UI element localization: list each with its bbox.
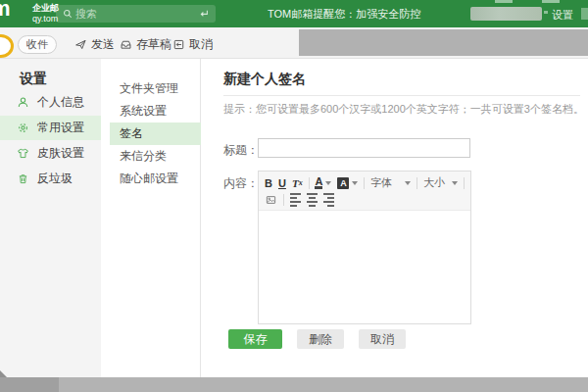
align-center-button[interactable] [307,193,318,207]
toolbar-redacted-area [299,29,588,56]
settings-submenu: 文件夹管理 系统设置 签名 来信分类 随心邮设置 [101,59,201,377]
paper-plane-icon [74,38,87,51]
bold-button[interactable]: B [265,177,272,189]
chevron-down-icon [405,181,411,185]
submenu-item-label: 文件夹管理 [120,80,178,97]
rich-text-editor: B U Tx A A 字体 大小 [258,171,471,324]
sidebar-item-antispam[interactable]: 反垃圾 [0,167,101,191]
toolbar-separator [464,177,465,189]
tom-logo-letter: m [0,2,11,22]
content-field-label: 内容： [223,175,259,192]
save-draft-button[interactable]: 存草稿 [120,36,172,53]
redacted-fragment [542,0,560,3]
brand-line1: 企业邮 [32,3,59,14]
editor-toolbar: B U Tx A A 字体 大小 [259,172,470,211]
back-arrow-box-icon [172,38,185,51]
submenu-item-label: 签名 [120,125,143,142]
topbar-settings-link[interactable]: 设置 [552,8,573,23]
chevron-down-icon [352,181,358,185]
font-family-select[interactable]: 字体 [370,175,411,190]
sidebar-item-label: 反垃圾 [37,171,73,187]
sidebar-item-label: 皮肤设置 [37,145,84,162]
hint-text: 提示：您可设置最多600个汉字或1200个英文字符；一共可设置3个签名档。 [223,102,584,117]
page-title: 新建个人签名 [223,71,306,88]
underline-button[interactable]: U [278,177,286,189]
submenu-item-label: 来信分类 [120,148,167,165]
toolbar-separator [364,177,365,189]
toolbar-separator [283,194,284,206]
cancel-button[interactable]: 取消 [359,329,406,349]
sidebar-title: 设置 [20,71,47,88]
submenu-item-mail-classification[interactable]: 来信分类 [110,145,201,168]
receive-mail-label: 收件 [26,37,48,52]
font-color-button[interactable]: A [315,176,331,189]
image-icon [265,194,277,206]
sidebar-item-label: 常用设置 [37,120,84,136]
settings-sidebar: 设置 个人信息 常用设置 皮肤设置 反垃圾 [0,59,101,377]
chevron-down-icon [325,181,331,185]
font-size-label: 大小 [423,175,445,190]
topbar-truncated-item [581,8,588,20]
title-field-label: 标题： [223,142,259,159]
font-size-select[interactable]: 大小 [423,175,458,190]
user-icon [17,96,29,109]
title-divider [223,95,580,96]
send-label: 发送 [91,36,115,53]
align-right-button[interactable] [323,193,334,207]
gear-icon [17,122,29,134]
submenu-item-suixin-mail[interactable]: 随心邮设置 [110,168,201,190]
align-left-button[interactable] [290,193,301,207]
brand-name: 企业邮 qy.tom [32,3,59,24]
bg-color-a: A [337,177,349,189]
bottom-strip-right [59,377,588,392]
corner-notch [0,370,7,377]
clear-format-t: T [292,177,299,189]
toolbar-separator [416,177,417,189]
draft-inbox-icon [120,38,132,51]
mail-toolbar: 收件 发送 存草稿 取消 [0,27,588,59]
bottom-strip-left [0,377,59,392]
send-button[interactable]: 发送 [74,36,115,53]
editor-content[interactable] [259,211,470,323]
bg-color-button[interactable]: A [337,177,358,189]
sidebar-item-personal-info[interactable]: 个人信息 [0,90,101,115]
signature-panel: 新建个人签名 提示：您可设置最多600个汉字或1200个英文字符；一共可设置3个… [201,59,588,377]
cancel-compose-label: 取消 [189,36,213,53]
search-box[interactable] [56,5,216,23]
sidebar-item-skin-settings[interactable]: 皮肤设置 [0,141,101,166]
save-draft-label: 存草稿 [136,36,172,53]
clear-format-button[interactable]: Tx [292,177,303,189]
tom-logo-icon: m [0,2,13,25]
tshirt-icon [17,147,29,160]
font-family-label: 字体 [370,175,392,190]
sidebar-item-label: 个人信息 [37,94,84,111]
font-color-a: A [315,176,322,189]
redacted-fragment [495,0,513,3]
search-icon [62,8,74,20]
submenu-item-folder-management[interactable]: 文件夹管理 [110,77,201,100]
submenu-item-label: 随心邮设置 [120,171,178,187]
topbar-separator [544,11,548,14]
submenu-item-label: 系统设置 [120,103,167,120]
search-input[interactable] [74,7,198,21]
enter-icon[interactable] [198,8,210,20]
app-window: m 企业邮 qy.tom TOM邮箱提醒您：加强安全防控 设置 收件 发送 [0,0,588,392]
avatar-partial-icon[interactable] [0,34,14,58]
top-bar: m 企业邮 qy.tom TOM邮箱提醒您：加强安全防控 设置 [0,0,588,27]
clear-format-x: x [299,178,303,187]
chevron-down-icon [452,181,458,185]
submenu-item-system-settings[interactable]: 系统设置 [110,100,201,122]
cancel-compose-button[interactable]: 取消 [172,36,213,53]
toolbar-separator [309,177,310,189]
submenu-item-signature[interactable]: 签名 [110,122,201,145]
signature-title-input[interactable] [258,138,470,158]
security-notice: TOM邮箱提醒您：加强安全防控 [268,7,420,22]
save-button[interactable]: 保存 [228,329,282,349]
delete-button[interactable]: 删除 [297,329,344,349]
receive-mail-button[interactable]: 收件 [18,35,57,54]
brand-line2: qy.tom [32,14,59,24]
account-info-redacted[interactable] [470,7,542,21]
insert-image-button[interactable] [265,194,277,206]
trash-icon [17,172,29,185]
sidebar-item-common-settings[interactable]: 常用设置 [0,116,101,140]
